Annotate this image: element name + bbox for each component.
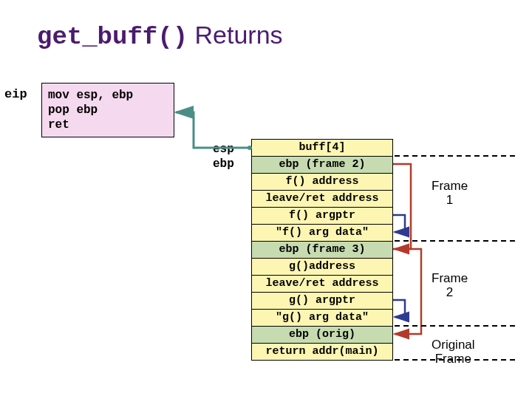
eip-label: eip <box>4 87 27 101</box>
stack-cell-0: buff[4] <box>251 139 393 156</box>
stack-cell-11: ebp (orig) <box>251 326 393 343</box>
frame-1-label: Frame 1 <box>432 180 468 207</box>
stack-cell-5: "f() arg data" <box>251 224 393 241</box>
stack-pointer-labels: esp ebp <box>213 142 234 171</box>
code-snippet: mov esp, ebp pop ebp ret <box>41 83 174 137</box>
stack-cell-7: g()address <box>251 258 393 275</box>
esp-label: esp <box>213 142 234 157</box>
stack-cell-3: leave/ret address <box>251 190 393 207</box>
argptr-f-arrow <box>393 215 405 232</box>
argptr-g-arrow <box>393 300 405 317</box>
stack-table: buff[4]ebp (frame 2)f() addressleave/ret… <box>251 139 393 361</box>
title-rest: Returns <box>188 21 283 49</box>
stack-cell-6: ebp (frame 3) <box>251 241 393 258</box>
stack-cell-9: g() argptr <box>251 292 393 309</box>
original-frame-label: Original Frame <box>432 338 475 366</box>
ebp-label: ebp <box>213 157 234 171</box>
stack-cell-4: f() argptr <box>251 207 393 224</box>
ebp-link-2-arrow <box>393 249 421 334</box>
stack-cell-2: f() address <box>251 173 393 190</box>
stack-cell-10: "g() arg data" <box>251 309 393 326</box>
frame-2-label: Frame 2 <box>432 272 468 299</box>
ebp-link-1-arrow <box>393 164 411 249</box>
stack-cell-8: leave/ret address <box>251 275 393 292</box>
slide-title: get_buff() Returns <box>37 22 283 50</box>
stack-cell-12: return addr(main) <box>251 343 393 360</box>
stack-cell-1: ebp (frame 2) <box>251 156 393 173</box>
title-code: get_buff() <box>37 23 188 51</box>
